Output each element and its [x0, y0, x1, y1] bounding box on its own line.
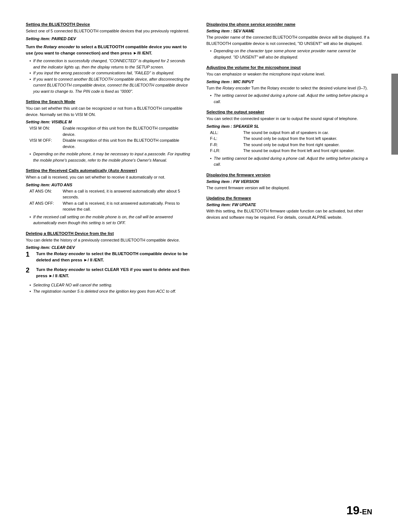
firmware-version-title: Displaying the firmware version [206, 173, 372, 177]
search-mode-body: You can set whether this unit can be rec… [26, 105, 192, 117]
bullet-item: The setting cannot be adjusted during a … [210, 155, 372, 168]
sidebar-decoration [391, 74, 398, 155]
mic-input-setting-label: Setting item : MIC INPUT [206, 80, 372, 84]
row-key: VISI M OFF: [29, 137, 59, 149]
speaker-bullets: The setting cannot be adjusted during a … [210, 155, 372, 168]
mic-input-body: You can emphasize or weaken the micropho… [206, 71, 372, 77]
page-number-suffix: -EN [360, 508, 372, 516]
firmware-update-title: Updating the firmware [206, 196, 372, 200]
section-provider-name: Displaying the phone service provider na… [206, 22, 372, 60]
row-val: When a call is received, it is answered … [63, 188, 192, 200]
left-column: Setting the BLUETOOTH Device Select one … [26, 22, 192, 299]
section-bluetooth-device: Setting the BLUETOOTH Device Select one … [26, 22, 192, 94]
search-mode-bullets: Depending on the mobile phone, it may be… [29, 151, 192, 163]
row-key: AT ANS OFF: [29, 200, 59, 212]
bullet-item: If the received call setting on the mobi… [29, 214, 192, 226]
rotary-text: Rotary encoder [43, 45, 74, 49]
table-row: AT ANS ON: When a call is received, it i… [29, 188, 192, 200]
section-search-mode: Setting the Search Mode You can set whet… [26, 99, 192, 163]
row-val: The sound be output from all of speakers… [243, 130, 372, 136]
row-val: The sound only be output from the front … [243, 142, 372, 148]
row-key: F-R: [210, 142, 240, 148]
firmware-update-setting-label: Setting item: FW UPDATE [206, 202, 372, 207]
rotary-text: Rotary encoder [54, 251, 85, 256]
search-mode-title: Setting the Search Mode [26, 99, 192, 104]
auto-answer-setting-label: Setting item: AUTO ANS [26, 183, 192, 187]
auto-answer-body: When a call is received, you can set whe… [26, 174, 192, 180]
mic-input-bullets: The setting cannot be adjusted during a … [210, 92, 372, 105]
table-row: F-R: The sound only be output from the f… [210, 142, 372, 148]
speaker-body: You can select the connected speaker in … [206, 116, 372, 122]
bullet-item: Selecting CLEAR NO will cancel the setti… [29, 282, 192, 288]
step-content: Turn the Rotary encoder to select CLEAR … [36, 267, 192, 279]
step-number: 1 [26, 251, 33, 264]
auto-answer-bullets: If the received call setting on the mobi… [29, 214, 192, 226]
section-firmware-update: Updating the firmware Setting item: FW U… [206, 196, 372, 220]
page: Setting the BLUETOOTH Device Select one … [0, 0, 398, 532]
bullet-item: If you want to connect another BLUETOOTH… [29, 76, 192, 95]
row-key: ALL: [210, 130, 240, 136]
bluetooth-device-instruction: Turn the Rotary encoder to select a BLUE… [26, 44, 192, 57]
rotary-text: Rotary encoder [54, 267, 85, 272]
delete-title: Deleting a BLUETOOTH Device from the lis… [26, 231, 192, 236]
speaker-rows: ALL: The sound be output from all of spe… [210, 130, 372, 154]
bluetooth-device-body: Select one of 5 connected BLUETOOTH comp… [26, 28, 192, 34]
table-row: ALL: The sound be output from all of spe… [210, 130, 372, 136]
mic-input-setting-body: Turn the Rotary encoder Turn the Rotary … [206, 85, 372, 91]
speaker-setting-label: Setting item : SPEAKER SL [206, 124, 372, 128]
row-val: The sound be output from the front left … [243, 148, 372, 154]
section-mic-input: Adjusting the volume for the microphone … [206, 65, 372, 105]
bullet-item: The registration number 5 is deleted onc… [29, 288, 192, 295]
table-row: VISI M OFF: Disable recognition of this … [29, 137, 192, 149]
section-delete: Deleting a BLUETOOTH Device from the lis… [26, 231, 192, 295]
speaker-title: Selecting the output speaker [206, 110, 372, 114]
table-row: F-L: The sound only be output from the f… [210, 135, 372, 142]
auto-answer-title: Setting the Received Calls automatically… [26, 168, 192, 173]
row-val: Disable recognition of this unit from th… [63, 137, 192, 149]
table-row: AT ANS OFF: When a call is received, it … [29, 200, 192, 212]
main-content: Setting the BLUETOOTH Device Select one … [26, 22, 372, 299]
provider-name-title: Displaying the phone service provider na… [206, 22, 372, 27]
table-row: F-LR: The sound be output from the front… [210, 148, 372, 154]
bluetooth-device-setting-label: Setting item: PAIRED DEV [26, 36, 192, 41]
firmware-update-body: With this setting, the BLUETOOTH firmwar… [206, 208, 372, 220]
provider-name-bullets: Depending on the character type some pho… [210, 48, 372, 60]
provider-name-body: The provider name of the connected BLUET… [206, 34, 372, 46]
firmware-version-setting-label: Setting item : FW VERSION [206, 179, 372, 184]
bullet-item: The setting cannot be adjusted during a … [210, 92, 372, 105]
bluetooth-device-title: Setting the BLUETOOTH Device [26, 22, 192, 27]
auto-answer-rows: AT ANS ON: When a call is received, it i… [29, 188, 192, 212]
bullet-item: If the connection is successfully change… [29, 58, 192, 70]
row-val: Enable recognition of this unit from the… [63, 125, 192, 137]
row-key: F-L: [210, 135, 240, 142]
section-auto-answer: Setting the Received Calls automatically… [26, 168, 192, 226]
bullet-item: Depending on the character type some pho… [210, 48, 372, 60]
bullet-item: If you input the wrong passcode or commu… [29, 70, 192, 76]
search-mode-setting-label: Setting item: VISIBLE M [26, 120, 192, 124]
page-number-value: 19 [346, 504, 360, 517]
delete-body: You can delete the history of a previous… [26, 237, 192, 243]
delete-bullets: Selecting CLEAR NO will cancel the setti… [29, 282, 192, 294]
bluetooth-device-bullets: If the connection is successfully change… [29, 58, 192, 94]
search-mode-rows: VISI M ON: Enable recognition of this un… [29, 125, 192, 149]
page-number: 19-EN [346, 504, 372, 517]
step-content: Turn the Rotary encoder to select the BL… [36, 251, 192, 264]
bullet-item: Depending on the mobile phone, it may be… [29, 151, 192, 163]
row-val: When a call is received, it is not answe… [63, 200, 192, 212]
table-row: VISI M ON: Enable recognition of this un… [29, 125, 192, 137]
delete-steps: 1 Turn the Rotary encoder to select the … [26, 251, 192, 279]
right-column: Displaying the phone service provider na… [206, 22, 372, 299]
section-speaker: Selecting the output speaker You can sel… [206, 110, 372, 168]
row-key: VISI M ON: [29, 125, 59, 137]
step-2: 2 Turn the Rotary encoder to select CLEA… [26, 267, 192, 279]
provider-name-setting-label: Setting item : SEV NAME [206, 29, 372, 33]
row-key: AT ANS ON: [29, 188, 59, 200]
mic-input-title: Adjusting the volume for the microphone … [206, 65, 372, 70]
section-firmware-version: Displaying the firmware version Setting … [206, 173, 372, 191]
row-key: F-LR: [210, 148, 240, 154]
step-1: 1 Turn the Rotary encoder to select the … [26, 251, 192, 264]
step-number: 2 [26, 267, 33, 279]
row-val: The sound only be output from the front … [243, 135, 372, 142]
firmware-version-body: The current firmware version will be dis… [206, 185, 372, 191]
delete-setting-label: Setting item: CLEAR DEV [26, 245, 192, 250]
